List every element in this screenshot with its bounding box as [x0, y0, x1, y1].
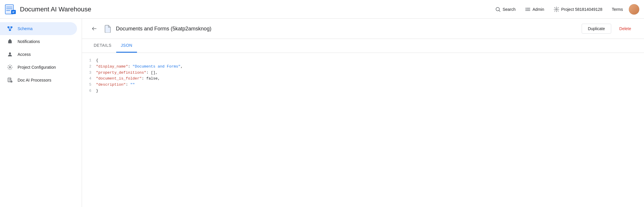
- line-content-2: "display_name": "Documents and Forms",: [96, 64, 642, 70]
- app-body: Schema Notifications Access Project Conf…: [0, 19, 644, 207]
- line-content-6: }: [96, 88, 642, 94]
- document-file-icon: [104, 25, 112, 33]
- admin-button[interactable]: Admin: [521, 4, 548, 15]
- json-val-property-defs: []: [151, 70, 155, 75]
- json-val-display-name: "Documents and Forms": [133, 64, 181, 69]
- svg-point-15: [9, 67, 11, 68]
- json-key-description: "description": [96, 82, 126, 87]
- json-key-property-defs: "property_definitions": [96, 70, 146, 75]
- svg-rect-1: [11, 10, 16, 14]
- colon-1: :: [128, 64, 133, 69]
- duplicate-button[interactable]: Duplicate: [582, 24, 611, 34]
- line-content-3: "property_definitions": [],: [96, 70, 642, 76]
- sidebar-item-schema-label: Schema: [18, 26, 32, 31]
- tab-json-label: JSON: [121, 43, 132, 48]
- sidebar-item-project-config-label: Project Configuration: [18, 65, 56, 70]
- back-button[interactable]: [89, 23, 100, 34]
- sidebar-item-project-configuration[interactable]: Project Configuration: [0, 61, 77, 74]
- doc-ai-icon: [7, 77, 13, 83]
- main-content: Documents and Forms (5katp2amsknog) Dupl…: [82, 19, 644, 207]
- json-key-display-name: "display_name": [96, 64, 128, 69]
- json-line-4: 4 "document_is_folder": false,: [82, 76, 644, 82]
- schema-icon: [7, 26, 13, 32]
- svg-rect-8: [11, 27, 13, 28]
- line-number-3: 3: [84, 70, 96, 76]
- json-line-6: 6 }: [82, 88, 644, 94]
- line-content-5: "description": "": [96, 82, 642, 88]
- colon-3: :: [142, 76, 146, 81]
- app-logo-icon: [5, 4, 16, 15]
- json-val-description: "": [130, 82, 135, 87]
- terms-label: Terms: [612, 7, 623, 12]
- svg-point-6: [556, 8, 557, 10]
- back-arrow-icon: [91, 26, 97, 32]
- access-icon: [7, 51, 13, 57]
- project-button[interactable]: Project 581814049128: [550, 4, 606, 15]
- notifications-icon: [7, 39, 13, 44]
- delete-button[interactable]: Delete: [614, 24, 637, 33]
- app-header: Document AI Warehouse Search Admin Pr: [0, 0, 644, 19]
- line-content-1: {: [96, 58, 642, 64]
- header-actions: Search Admin Project 581814049128 Terms: [491, 4, 639, 15]
- delete-label: Delete: [619, 26, 631, 31]
- user-avatar[interactable]: [629, 4, 639, 15]
- search-label: Search: [503, 7, 515, 12]
- search-icon: [495, 6, 501, 12]
- json-line-1: 1 {: [82, 58, 644, 64]
- line-content-4: "document_is_folder": false,: [96, 76, 642, 82]
- comma-2: ,: [155, 70, 158, 75]
- tab-details[interactable]: DETAILS: [89, 39, 116, 53]
- tab-details-label: DETAILS: [94, 43, 112, 48]
- colon-2: :: [146, 70, 151, 75]
- json-key-doc-is-folder: "document_is_folder": [96, 76, 142, 81]
- tab-json[interactable]: JSON: [116, 39, 137, 53]
- admin-label: Admin: [532, 7, 544, 12]
- tabs: DETAILS JSON: [82, 39, 644, 53]
- sidebar-item-notifications-label: Notifications: [18, 39, 40, 44]
- terms-button[interactable]: Terms: [608, 5, 626, 14]
- sidebar-item-access[interactable]: Access: [0, 48, 77, 61]
- json-editor[interactable]: 1 { 2 "display_name": "Documents and For…: [82, 53, 644, 99]
- document-icon: [103, 24, 112, 33]
- comma-3: ,: [158, 76, 160, 81]
- line-number-5: 5: [84, 82, 96, 88]
- json-line-3: 3 "property_definitions": [],: [82, 70, 644, 76]
- svg-rect-7: [8, 27, 10, 28]
- svg-point-17: [11, 81, 13, 83]
- app-title: Document AI Warehouse: [20, 6, 91, 13]
- content-actions: Duplicate Delete: [582, 24, 637, 34]
- settings-icon: [554, 6, 559, 12]
- json-line-2: 2 "display_name": "Documents and Forms",: [82, 64, 644, 70]
- content-header: Documents and Forms (5katp2amsknog) Dupl…: [82, 19, 644, 39]
- sidebar-item-schema[interactable]: Schema: [0, 22, 77, 35]
- svg-point-4: [526, 9, 527, 10]
- svg-point-3: [526, 8, 527, 8]
- svg-rect-9: [9, 30, 11, 31]
- comma-1: ,: [181, 64, 183, 69]
- line-number-2: 2: [84, 64, 96, 70]
- admin-icon: [525, 6, 531, 12]
- content-title: Documents and Forms (5katp2amsknog): [116, 26, 578, 32]
- colon-4: :: [126, 82, 130, 87]
- json-line-5: 5 "description": "": [82, 82, 644, 88]
- avatar-image: [629, 4, 639, 15]
- sidebar-item-doc-ai-label: Doc AI Processors: [18, 78, 51, 82]
- sidebar-item-doc-ai-processors[interactable]: Doc AI Processors: [0, 74, 77, 87]
- svg-point-14: [9, 52, 11, 54]
- logo-area: Document AI Warehouse: [5, 4, 491, 15]
- sidebar: Schema Notifications Access Project Conf…: [0, 19, 82, 207]
- project-label: Project 581814049128: [561, 7, 602, 12]
- line-number-1: 1: [84, 58, 96, 63]
- svg-point-5: [526, 10, 527, 11]
- line-number-4: 4: [84, 76, 96, 82]
- sidebar-item-access-label: Access: [18, 52, 31, 57]
- duplicate-label: Duplicate: [588, 26, 605, 31]
- search-button[interactable]: Search: [491, 4, 519, 15]
- sidebar-item-notifications[interactable]: Notifications: [0, 35, 77, 48]
- json-val-doc-is-folder: false: [146, 76, 158, 81]
- line-number-6: 6: [84, 88, 96, 94]
- project-config-icon: [7, 64, 13, 70]
